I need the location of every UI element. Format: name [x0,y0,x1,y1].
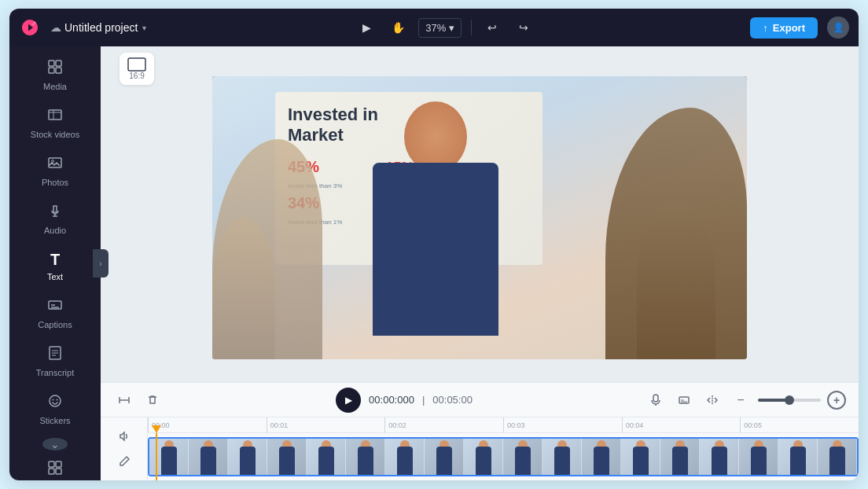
stock-videos-icon [47,107,63,127]
redo-button[interactable]: ↪ [513,17,535,39]
thumb-18 [818,439,857,475]
sidebar-collapse-handle[interactable]: › [93,249,108,278]
svg-rect-23 [49,469,54,474]
sidebar-item-stock-videos[interactable]: Stock videos [20,101,90,145]
svg-rect-29 [653,395,658,402]
thumb-fig-6 [358,447,373,475]
current-time: 00:00:000 [369,394,414,406]
thumb-10 [503,439,542,475]
svg-point-19 [53,399,54,401]
ruler-mark-2: 00:02 [384,417,503,432]
thumb-14 [660,439,700,475]
ruler-mark-5: 00:05 [740,417,859,432]
svg-rect-25 [128,58,145,71]
track-content: 00:00 00:01 00:02 00:03 00:04 00:05 [148,417,859,480]
mic-button[interactable] [645,389,667,411]
pen-button[interactable] [115,452,134,471]
thumb-4 [267,439,307,475]
thumb-fig-1 [161,447,177,475]
aspect-ratio-label: 16:9 [129,72,144,80]
ruler-marks: 00:00 00:01 00:02 00:03 00:04 00:05 [148,417,859,432]
thumb-fig-9 [476,447,491,475]
svg-rect-21 [49,461,54,467]
sidebar-item-photos-label: Photos [42,178,68,187]
video-thumbnails[interactable] [148,437,859,476]
timeline-left-controls [113,389,164,411]
cloud-icon: ☁ [50,21,61,34]
playhead [156,433,157,480]
volume-button[interactable] [115,427,134,446]
svg-rect-22 [56,461,61,467]
collapse-icon: › [99,259,101,268]
thumb-fig-13 [633,447,649,475]
total-time: 00:05:00 [432,394,473,406]
thumb-fig-5 [318,447,334,475]
ruler-mark-0: 00:00 [148,417,267,432]
ruler-mark-1: 00:01 [267,417,385,432]
track-ruler: 00:00 00:01 00:02 00:03 00:04 00:05 [148,417,859,433]
sidebar-item-audio-label: Audio [44,226,66,235]
svg-rect-2 [49,68,54,73]
video-frame: Invested inMarket 45% 15% Invest less th… [212,76,747,359]
thumb-17 [778,439,818,475]
sidebar-item-text[interactable]: T Text [20,244,90,288]
audience-right3 [637,202,715,359]
aspect-ratio-badge[interactable]: 16:9 [120,53,154,85]
preview-area: 16:9 Invested inMarket 45% 15% [101,46,859,382]
caption-tool-button[interactable] [673,389,695,411]
thumb-12 [582,439,621,475]
thumb-fig-12 [594,447,609,475]
thumb-fig-2 [200,447,216,475]
zoom-in-button[interactable]: + [827,391,846,410]
delete-button[interactable] [142,389,164,411]
thumb-fig-8 [436,447,452,475]
undo-button[interactable]: ↩ [481,17,503,39]
top-bar: ☁ Untitled project ▾ ▶ ✋ 37% ▾ ↩ ↪ ↑ Exp… [9,9,859,46]
logo-icon [19,17,41,39]
audience-left2 [212,218,275,359]
zoom-slider[interactable] [758,399,821,402]
sidebar-item-stickers[interactable]: Stickers [20,387,90,432]
track-controls [101,417,148,480]
sidebar-item-text-label: Text [47,272,63,281]
svg-rect-1 [56,61,61,66]
content-area: 16:9 Invested inMarket 45% 15% [101,46,859,480]
zoom-control[interactable]: 37% ▾ [418,18,462,38]
sidebar-item-transcript-label: Transcript [36,368,75,377]
thumb-fig-14 [672,447,688,475]
sidebar-item-photos[interactable]: Photos [20,149,90,193]
sidebar-item-stickers-label: Stickers [39,416,70,425]
svg-rect-3 [56,68,61,73]
sidebar-item-bottom[interactable] [20,454,90,480]
timeline-tracks: 00:00 00:01 00:02 00:03 00:04 00:05 [101,417,859,480]
sidebar-item-transcript[interactable]: Transcript [20,339,90,384]
timeline-controls: ▶ 00:00:000 | 00:05:00 [101,383,859,417]
more-button[interactable]: ⌄ [42,438,68,450]
sidebar: Media Stock videos [9,46,101,480]
thumb-fig-11 [554,447,570,475]
captions-icon [47,297,63,317]
sidebar-item-captions[interactable]: Captions [20,291,90,336]
thumb-3 [228,439,267,475]
hand-tool-button[interactable]: ✋ [387,17,409,39]
avatar[interactable]: 👤 [827,17,849,39]
thumb-9 [464,439,503,475]
audio-icon [47,203,63,222]
export-button[interactable]: ↑ Export [750,17,818,39]
split-button[interactable] [701,389,723,411]
thumb-16 [739,439,778,475]
sidebar-item-audio[interactable]: Audio [20,197,90,241]
presenter-body [373,163,498,336]
zoom-out-button[interactable]: − [730,389,752,411]
thumb-7 [385,439,425,475]
text-icon: T [50,251,60,269]
svg-point-20 [57,399,58,401]
play-mode-button[interactable]: ▶ [355,17,377,39]
trim-button[interactable] [113,389,135,411]
timeline-play-button[interactable]: ▶ [336,388,361,413]
project-name-area[interactable]: ☁ Untitled project ▾ [50,21,146,34]
thumb-fig-7 [397,447,413,475]
thumb-fig-17 [790,447,806,475]
sidebar-item-media-label: Media [43,82,67,91]
sidebar-item-media[interactable]: Media [20,53,90,97]
